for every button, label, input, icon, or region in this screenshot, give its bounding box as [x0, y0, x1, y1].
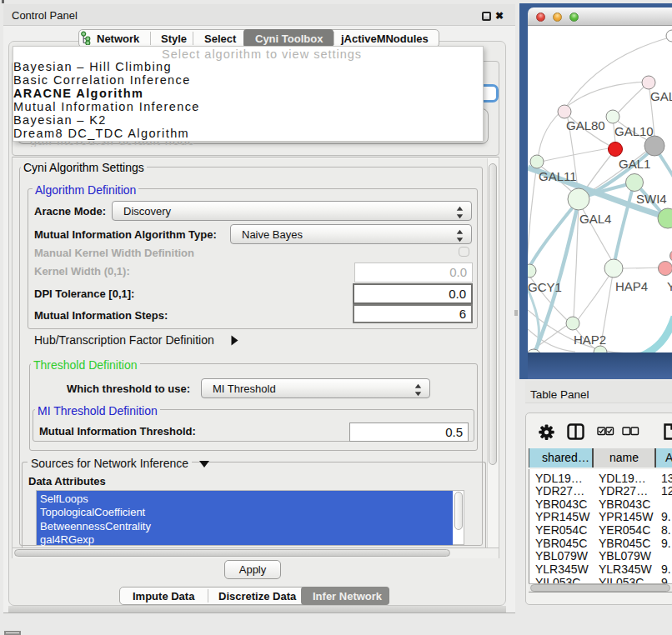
svg-text:HAP2: HAP2: [574, 332, 606, 347]
svg-text:HAP4: HAP4: [615, 279, 648, 293]
svg-text:GAL4: GAL4: [579, 212, 611, 226]
svg-text:GAL11: GAL11: [539, 169, 577, 183]
svg-text:SWI4: SWI4: [636, 192, 667, 206]
svg-text:GCY1: GCY1: [528, 280, 562, 294]
svg-text:Y: Y: [667, 279, 672, 293]
svg-text:GAL80: GAL80: [566, 118, 605, 132]
svg-text:GAL1: GAL1: [619, 157, 650, 171]
svg-text:GAL: GAL: [650, 89, 672, 103]
svg-text:GAL10: GAL10: [614, 124, 654, 138]
